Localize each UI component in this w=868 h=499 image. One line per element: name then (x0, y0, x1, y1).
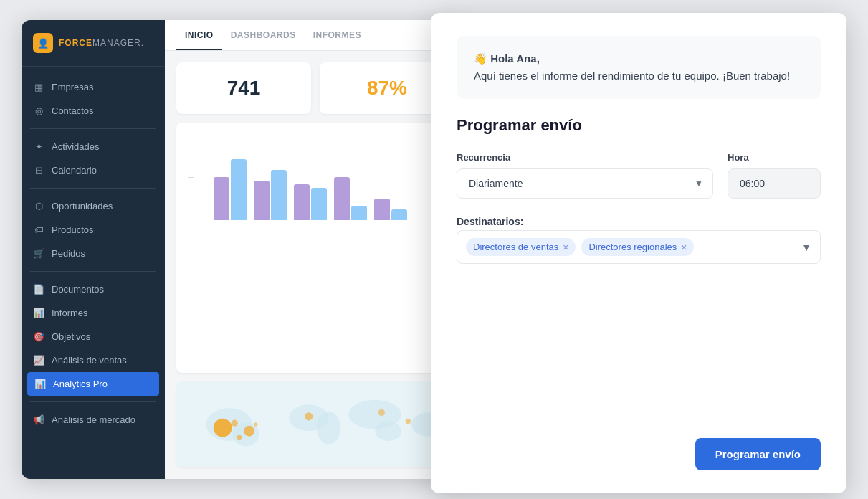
sidebar-item-analisis-mercado[interactable]: 📢 Análisis de mercado (22, 408, 165, 432)
tag-label-2: Directores regionales (588, 242, 677, 252)
greeting-name: Hola Ana, (490, 52, 540, 65)
x-label-1: ————— (209, 223, 242, 230)
sidebar-item-label: Oportunidades (52, 201, 113, 212)
svg-point-9 (244, 426, 254, 437)
modal-panel: 👋 Hola Ana, Aquí tienes el informe del r… (431, 13, 846, 493)
calendario-icon: ⊞ (33, 165, 44, 176)
greeting-emoji: 👋 (474, 52, 487, 65)
nav-divider-4 (30, 401, 156, 402)
x-label-2: ————— (245, 223, 278, 230)
tag-directores-ventas[interactable]: Directores de ventas × (466, 238, 576, 256)
tag-remove-1[interactable]: × (563, 242, 568, 252)
sidebar-item-actividades[interactable]: ✦ Actividades (22, 135, 165, 158)
sidebar-navigation: ▦ Empresas ◎ Contactos ✦ Actividades ⊞ C… (22, 67, 165, 479)
sidebar-item-calendario[interactable]: ⊞ Calendario (22, 158, 165, 182)
bar-group-2 (254, 170, 287, 220)
sidebar: 👤 FORCEMANAGER. ▦ Empresas ◎ Contactos (22, 20, 165, 479)
section-title: Programar envío (457, 116, 821, 135)
sidebar-item-label: Informes (52, 308, 88, 318)
contactos-icon: ◎ (33, 105, 44, 116)
sidebar-item-analytics-pro[interactable]: 📊 Analytics Pro (27, 372, 159, 396)
greeting-body: Aquí tienes el informe del rendimiento d… (474, 70, 790, 82)
form-group-recurrence: Recurrencia Diariamente Semanalmente Men… (457, 152, 713, 199)
stats-row: 741 87% (176, 62, 454, 114)
content-area: 741 87% — — — (165, 51, 466, 479)
recurrence-select[interactable]: Diariamente Semanalmente Mensualmente (457, 168, 713, 199)
sidebar-item-analisis-ventas[interactable]: 📈 Análisis de ventas (22, 348, 165, 372)
tab-inicio[interactable]: INICIO (176, 20, 222, 50)
destinatarios-section: Destinatarios: Directores de ventas × Di… (457, 216, 821, 264)
bar-group-4 (334, 177, 367, 220)
bar-purple-4 (334, 177, 350, 220)
oportunidades-icon: ⬡ (33, 201, 44, 212)
informes-icon: 📊 (33, 308, 44, 318)
tags-dropdown-icon[interactable]: ▼ (801, 242, 811, 253)
nav-group-5: 📢 Análisis de mercado (22, 408, 165, 432)
sidebar-item-objetivos[interactable]: 🎯 Objetivos (22, 325, 165, 348)
tag-label-1: Directores de ventas (473, 242, 558, 252)
sidebar-item-productos[interactable]: 🏷 Productos (22, 218, 165, 242)
logo-text: FORCEMANAGER. (59, 38, 144, 48)
nav-group-1: ▦ Empresas ◎ Contactos (22, 75, 165, 123)
bar-blue-2 (271, 170, 287, 220)
nav-divider-3 (30, 271, 156, 272)
bar-purple-3 (294, 184, 310, 220)
sidebar-item-label: Empresas (52, 82, 94, 92)
form-row: Recurrencia Diariamente Semanalmente Men… (457, 152, 821, 199)
schedule-section: Programar envío (457, 116, 821, 135)
logo-light: MANAGER. (92, 38, 144, 48)
svg-point-11 (237, 435, 242, 440)
greeting-box: 👋 Hola Ana, Aquí tienes el informe del r… (457, 36, 821, 99)
map-background (176, 381, 454, 467)
y-axis-bot: — (188, 213, 205, 220)
bar-purple-2 (254, 181, 270, 220)
logo-icon: 👤 (33, 33, 53, 53)
sidebar-item-label: Actividades (52, 141, 99, 152)
svg-point-15 (406, 419, 411, 424)
schedule-send-button[interactable]: Programar envío (695, 438, 821, 470)
form-group-hora: Hora (728, 152, 821, 199)
stat-value-2: 87% (367, 77, 407, 100)
stat-value-1: 741 (227, 77, 261, 100)
bar-blue-5 (391, 209, 407, 220)
svg-point-14 (378, 409, 385, 416)
analisis-ventas-icon: 📈 (33, 355, 44, 366)
tag-remove-2[interactable]: × (681, 242, 687, 252)
sidebar-item-label: Análisis de ventas (52, 355, 127, 366)
sidebar-item-oportunidades[interactable]: ⬡ Oportunidades (22, 194, 165, 218)
hora-input[interactable] (728, 168, 821, 199)
tags-row[interactable]: Directores de ventas × Directores region… (457, 230, 821, 264)
pedidos-icon: 🛒 (33, 248, 44, 259)
tab-informes[interactable]: INFORMES (305, 20, 370, 50)
actividades-icon: ✦ (33, 141, 44, 152)
productos-icon: 🏷 (33, 224, 44, 235)
bar-blue-3 (311, 188, 327, 220)
submit-row: Programar envío (457, 438, 821, 470)
sidebar-item-documentos[interactable]: 📄 Documentos (22, 277, 165, 301)
tag-directores-regionales[interactable]: Directores regionales × (581, 238, 694, 256)
y-axis-mid: — (188, 174, 205, 181)
sidebar-item-label: Objetivos (52, 331, 90, 342)
sidebar-item-label: Pedidos (52, 248, 85, 259)
sidebar-item-contactos[interactable]: ◎ Contactos (22, 99, 165, 123)
sidebar-item-label: Analytics Pro (53, 379, 108, 389)
tab-dashboards[interactable]: DASHBOARDS (222, 20, 305, 50)
bar-blue-1 (231, 159, 247, 220)
sidebar-item-label: Contactos (52, 105, 94, 116)
y-axis-top: — (188, 134, 205, 141)
sidebar-logo: 👤 FORCEMANAGER. (22, 20, 165, 67)
stat-card-1: 741 (176, 62, 311, 114)
sidebar-item-label: Documentos (52, 284, 104, 295)
recurrence-label: Recurrencia (457, 152, 713, 163)
sidebar-item-label: Análisis de mercado (52, 414, 135, 425)
nav-group-4: 📄 Documentos 📊 Informes 🎯 Objetivos 📈 An… (22, 277, 165, 396)
sidebar-item-informes[interactable]: 📊 Informes (22, 301, 165, 325)
destinatarios-label: Destinatarios: (457, 216, 821, 227)
sidebar-item-empresas[interactable]: ▦ Empresas (22, 75, 165, 99)
sidebar-item-pedidos[interactable]: 🛒 Pedidos (22, 242, 165, 265)
svg-point-12 (254, 422, 258, 427)
svg-point-6 (375, 421, 401, 441)
bar-group-5 (374, 199, 407, 220)
nav-group-3: ⬡ Oportunidades 🏷 Productos 🛒 Pedidos (22, 194, 165, 265)
objetivos-icon: 🎯 (33, 331, 44, 342)
